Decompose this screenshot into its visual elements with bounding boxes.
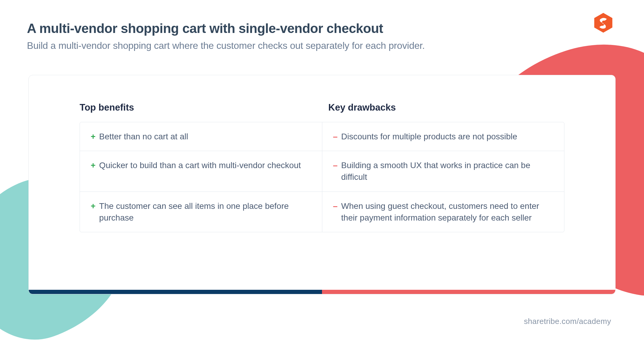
comparison-grid: + Better than no cart at all – Discounts… [80, 122, 564, 232]
plus-icon: + [91, 200, 95, 212]
column-headers: Top benefits Key drawbacks [80, 102, 564, 113]
sharetribe-logo-icon [593, 12, 614, 34]
card-inner: Top benefits Key drawbacks + Better than… [29, 75, 615, 244]
benefit-cell: + Quicker to build than a cart with mult… [80, 151, 322, 191]
drawback-text: Discounts for multiple products are not … [341, 131, 517, 142]
bar-red [322, 290, 615, 294]
table-row: + Quicker to build than a cart with mult… [80, 151, 564, 191]
bar-navy [29, 290, 322, 294]
comparison-card: Top benefits Key drawbacks + Better than… [28, 75, 616, 294]
plus-icon: + [91, 159, 95, 171]
card-bottom-bar [29, 290, 615, 294]
drawback-cell: – When using guest checkout, customers n… [322, 192, 564, 232]
minus-icon: – [333, 200, 338, 212]
table-row: + Better than no cart at all – Discounts… [80, 122, 564, 151]
benefit-text: Quicker to build than a cart with multi-… [99, 159, 301, 171]
svg-marker-0 [594, 13, 612, 33]
drawback-text: Building a smooth UX that works in pract… [341, 159, 551, 183]
benefits-header: Top benefits [80, 102, 316, 113]
minus-icon: – [333, 131, 338, 142]
benefit-cell: + The customer can see all items in one … [80, 192, 322, 232]
plus-icon: + [91, 131, 95, 142]
minus-icon: – [333, 159, 338, 171]
drawback-text: When using guest checkout, customers nee… [341, 200, 551, 224]
drawback-cell: – Building a smooth UX that works in pra… [322, 151, 564, 191]
table-row: + The customer can see all items in one … [80, 192, 564, 232]
drawbacks-header: Key drawbacks [316, 102, 564, 113]
page-title: A multi-vendor shopping cart with single… [27, 21, 617, 36]
benefit-text: Better than no cart at all [99, 131, 188, 142]
header: A multi-vendor shopping cart with single… [27, 21, 617, 51]
footer-link: sharetribe.com/academy [524, 317, 611, 326]
page-subtitle: Build a multi-vendor shopping cart where… [27, 40, 617, 51]
drawback-cell: – Discounts for multiple products are no… [322, 122, 564, 151]
benefit-text: The customer can see all items in one pl… [99, 200, 309, 224]
stage: A multi-vendor shopping cart with single… [0, 0, 644, 359]
benefit-cell: + Better than no cart at all [80, 122, 322, 151]
